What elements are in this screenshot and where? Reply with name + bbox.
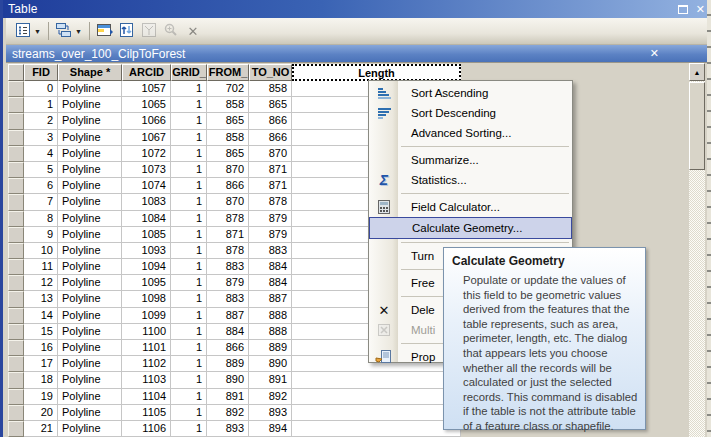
table-cell[interactable]: 870 xyxy=(249,146,292,162)
table-cell[interactable]: 1 xyxy=(171,356,207,372)
table-cell[interactable]: 15 xyxy=(24,324,58,340)
table-cell[interactable]: 1065 xyxy=(122,97,171,113)
row-selector-button[interactable] xyxy=(8,389,24,405)
table-cell[interactable]: 20 xyxy=(24,405,58,421)
table-cell[interactable]: Polyline xyxy=(58,97,122,113)
table-cell[interactable]: 2 xyxy=(24,113,58,129)
table-cell[interactable]: 890 xyxy=(249,356,292,372)
table-cell[interactable]: 871 xyxy=(249,162,292,178)
table-cell[interactable]: 0 xyxy=(24,81,58,97)
row-selector-button[interactable] xyxy=(8,146,24,162)
menu-item-statistics[interactable]: ΣStatistics... xyxy=(369,170,572,190)
table-cell[interactable]: 891 xyxy=(207,389,249,405)
row-selector-button[interactable] xyxy=(8,372,24,388)
table-cell[interactable]: Polyline xyxy=(58,324,122,340)
table-cell[interactable]: 1102 xyxy=(122,356,171,372)
table-cell[interactable]: 1 xyxy=(171,243,207,259)
table-cell[interactable]: 894 xyxy=(249,421,292,437)
table-cell[interactable]: 702 xyxy=(207,81,249,97)
table-cell[interactable]: 871 xyxy=(249,178,292,194)
row-selector-button[interactable] xyxy=(8,178,24,194)
menu-item-sort-descending[interactable]: Sort Descending xyxy=(369,103,572,123)
table-cell[interactable]: 865 xyxy=(249,97,292,113)
table-cell[interactable]: 1 xyxy=(171,162,207,178)
table-cell[interactable]: 1103 xyxy=(122,372,171,388)
table-cell[interactable]: 7 xyxy=(24,194,58,210)
table-cell[interactable]: Polyline xyxy=(58,275,122,291)
row-selector-button[interactable] xyxy=(8,243,24,259)
switch-selection-button[interactable] xyxy=(116,20,138,42)
table-cell[interactable]: Polyline xyxy=(58,405,122,421)
table-cell[interactable]: 1094 xyxy=(122,259,171,275)
table-cell[interactable]: 866 xyxy=(207,340,249,356)
table-cell[interactable]: 866 xyxy=(249,130,292,146)
row-selector-button[interactable] xyxy=(8,97,24,113)
table-cell[interactable]: 1 xyxy=(171,405,207,421)
table-cell[interactable]: 1 xyxy=(171,340,207,356)
table-cell[interactable]: 1057 xyxy=(122,81,171,97)
table-cell[interactable]: 1074 xyxy=(122,178,171,194)
table-cell[interactable]: 892 xyxy=(207,405,249,421)
table-cell[interactable]: 870 xyxy=(207,162,249,178)
table-cell[interactable]: 883 xyxy=(207,291,249,307)
row-selector-button[interactable] xyxy=(8,211,24,227)
table-cell[interactable]: 893 xyxy=(207,421,249,437)
scrollbar-thumb[interactable] xyxy=(689,82,705,170)
row-selector-button[interactable] xyxy=(8,308,24,324)
column-header-shape[interactable]: Shape * xyxy=(58,64,122,81)
title-bar[interactable]: Table ✕ xyxy=(3,0,710,18)
table-cell[interactable]: 10 xyxy=(24,243,58,259)
row-selector-button[interactable] xyxy=(8,227,24,243)
table-cell[interactable]: Polyline xyxy=(58,81,122,97)
table-cell[interactable]: Polyline xyxy=(58,227,122,243)
table-cell[interactable]: 1093 xyxy=(122,243,171,259)
table-cell[interactable]: 890 xyxy=(207,372,249,388)
table-cell[interactable]: 1 xyxy=(171,194,207,210)
close-icon[interactable]: ✕ xyxy=(696,4,705,14)
table-cell[interactable]: 1095 xyxy=(122,275,171,291)
table-cell[interactable]: 884 xyxy=(207,324,249,340)
table-cell[interactable]: 1067 xyxy=(122,130,171,146)
row-selector-button[interactable] xyxy=(8,356,24,372)
table-cell[interactable]: 1099 xyxy=(122,308,171,324)
select-by-attributes-button[interactable] xyxy=(94,20,116,42)
table-cell[interactable]: 1 xyxy=(24,97,58,113)
table-cell[interactable]: 1 xyxy=(171,130,207,146)
layer-tab-bar[interactable]: streams_over_100_CilpToForest ✕ xyxy=(6,45,707,62)
table-cell[interactable]: 871 xyxy=(207,227,249,243)
table-cell[interactable]: 888 xyxy=(249,308,292,324)
menu-item-sort-ascending[interactable]: Sort Ascending xyxy=(369,83,572,103)
table-cell[interactable]: 1066 xyxy=(122,113,171,129)
dropdown-arrow-icon[interactable]: ▼ xyxy=(34,28,41,35)
row-selector-button[interactable] xyxy=(8,340,24,356)
table-cell[interactable]: 879 xyxy=(249,227,292,243)
table-cell[interactable]: 858 xyxy=(207,130,249,146)
table-cell[interactable]: 1 xyxy=(171,97,207,113)
table-cell[interactable]: Polyline xyxy=(58,130,122,146)
table-cell[interactable]: 1100 xyxy=(122,324,171,340)
table-cell[interactable]: 878 xyxy=(207,243,249,259)
table-cell[interactable]: 1098 xyxy=(122,291,171,307)
table-cell[interactable]: 1 xyxy=(171,421,207,437)
scroll-up-arrow-icon[interactable]: ▲ xyxy=(689,63,705,81)
table-cell[interactable]: 3 xyxy=(24,130,58,146)
row-selector-button[interactable] xyxy=(8,324,24,340)
table-cell[interactable]: 865 xyxy=(207,146,249,162)
table-cell[interactable]: 6 xyxy=(24,178,58,194)
table-cell[interactable]: Polyline xyxy=(58,211,122,227)
dropdown-arrow-icon[interactable]: ▼ xyxy=(75,28,82,35)
menu-item-calculate-geometry[interactable]: Calculate Geometry... xyxy=(369,217,572,239)
column-header-arcid[interactable]: ARCID xyxy=(122,64,171,81)
row-selector-button[interactable] xyxy=(8,405,24,421)
table-cell[interactable]: Polyline xyxy=(58,372,122,388)
row-selector-button[interactable] xyxy=(8,162,24,178)
table-cell[interactable]: 866 xyxy=(249,113,292,129)
table-cell[interactable]: 891 xyxy=(249,372,292,388)
table-cell[interactable]: 5 xyxy=(24,162,58,178)
row-selector-button[interactable] xyxy=(8,113,24,129)
table-cell[interactable]: Polyline xyxy=(58,389,122,405)
row-selector-button[interactable] xyxy=(8,130,24,146)
table-cell[interactable]: 1 xyxy=(171,275,207,291)
table-cell[interactable]: Polyline xyxy=(58,113,122,129)
table-cell[interactable]: 870 xyxy=(207,194,249,210)
